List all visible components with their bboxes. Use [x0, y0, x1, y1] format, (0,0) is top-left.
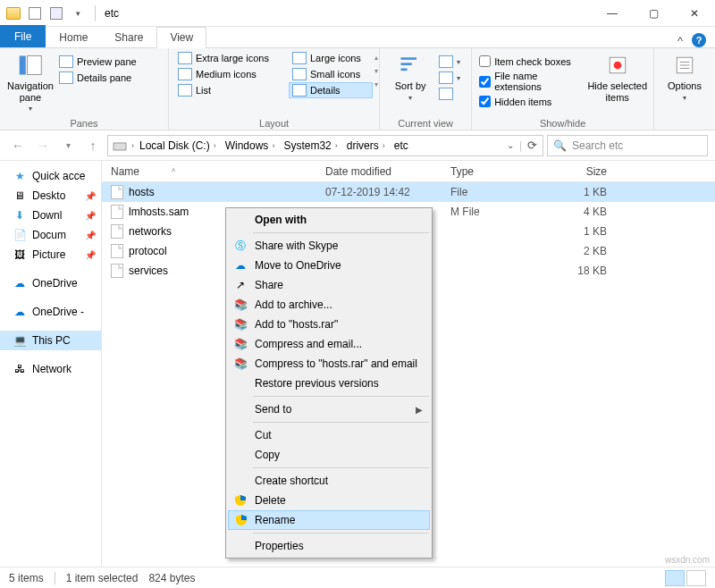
column-name[interactable]: Name^: [102, 165, 325, 178]
navigation-pane-button[interactable]: Navigation pane ▾: [5, 50, 55, 113]
ctx-cut[interactable]: Cut: [228, 425, 430, 445]
forward-button[interactable]: →: [32, 135, 54, 156]
group-by-button[interactable]: ▾: [435, 54, 466, 70]
hidden-items-checkbox[interactable]: Hidden items: [477, 94, 586, 109]
ctx-compress-email[interactable]: 📚Compress and email...: [228, 334, 430, 354]
tree-documents[interactable]: 📄Docum📌: [0, 225, 101, 245]
ctx-share-skype[interactable]: ⓈShare with Skype: [228, 236, 430, 256]
options-button[interactable]: Options ▾: [660, 50, 710, 102]
tree-desktop[interactable]: 🖥Deskto📌: [0, 186, 101, 206]
ctx-compress-hosts-email[interactable]: 📚Compress to "hosts.rar" and email: [228, 354, 430, 374]
up-button[interactable]: ↑: [82, 135, 104, 156]
ctx-copy[interactable]: Copy: [228, 445, 430, 465]
ctx-share[interactable]: ↗Share: [228, 275, 430, 295]
tree-quick-access[interactable]: ★Quick acce: [0, 166, 101, 186]
ribbon-group-show-hide: Item check boxes File name extensions Hi…: [472, 48, 654, 130]
navigation-tree[interactable]: ★Quick acce 🖥Deskto📌 ⬇Downl📌 📄Docum📌 🖼Pi…: [0, 161, 102, 567]
ctx-properties[interactable]: Properties: [228, 536, 430, 556]
ribbon-group-layout: Extra large icons Large icons Medium ico…: [169, 48, 380, 130]
tree-onedrive[interactable]: ☁OneDrive: [0, 273, 101, 293]
pin-icon: 📌: [85, 250, 96, 260]
separator: [253, 232, 429, 233]
thumbnails-view-button[interactable]: [686, 570, 706, 586]
status-items: 5 items: [9, 572, 44, 584]
tab-home[interactable]: Home: [46, 27, 101, 47]
tab-view[interactable]: View: [156, 27, 206, 48]
preview-pane-button[interactable]: Preview pane: [55, 54, 163, 70]
svg-rect-3: [401, 63, 412, 65]
column-date[interactable]: Date modified: [325, 165, 450, 178]
tree-onedrive-2[interactable]: ☁OneDrive -: [0, 302, 101, 322]
address-bar[interactable]: › Local Disk (C:)› Windows› System32› dr…: [107, 135, 543, 156]
tree-downloads[interactable]: ⬇Downl📌: [0, 206, 101, 225]
status-size: 824 bytes: [148, 572, 195, 584]
address-dropdown-icon[interactable]: ⌄: [507, 140, 514, 150]
breadcrumb[interactable]: drivers›: [343, 139, 389, 152]
list-button[interactable]: List: [174, 82, 289, 98]
file-icon: [111, 205, 123, 219]
label: Navigation pane: [5, 80, 55, 103]
search-box[interactable]: 🔍 Search etc: [547, 135, 708, 156]
medium-icons-button[interactable]: Medium icons: [174, 66, 289, 82]
small-icons-button[interactable]: Small icons: [289, 66, 373, 82]
file-row[interactable]: hosts 07-12-2019 14:42 File 1 KB: [102, 182, 715, 202]
recent-locations-button[interactable]: ▾: [57, 135, 79, 156]
tree-network[interactable]: 🖧Network: [0, 359, 101, 379]
details-view-button[interactable]: [665, 570, 685, 586]
scroll-down-icon[interactable]: ▾: [374, 67, 378, 75]
file-name-extensions-checkbox[interactable]: File name extensions: [477, 69, 586, 94]
details-pane-button[interactable]: Details pane: [55, 70, 163, 86]
window-title: etc: [99, 7, 592, 20]
divider: [55, 572, 55, 584]
extra-large-icons-button[interactable]: Extra large icons: [174, 50, 289, 66]
tree-pictures[interactable]: 🖼Picture📌: [0, 245, 101, 265]
back-button[interactable]: ←: [7, 135, 29, 156]
documents-icon: 📄: [13, 228, 27, 242]
folder-icon[interactable]: [4, 4, 23, 23]
help-icon[interactable]: ?: [692, 33, 706, 47]
details-button[interactable]: Details: [289, 82, 373, 98]
ctx-rename[interactable]: Rename: [228, 510, 430, 530]
search-placeholder: Search etc: [572, 139, 623, 152]
minimize-button[interactable]: —: [592, 0, 633, 27]
ctx-open-with[interactable]: Open with: [228, 210, 430, 230]
breadcrumb[interactable]: etc: [391, 139, 412, 152]
qat-item[interactable]: [25, 4, 45, 23]
add-columns-button[interactable]: ▾: [435, 70, 466, 86]
tab-share[interactable]: Share: [101, 27, 156, 47]
sort-asc-icon: ^: [172, 167, 175, 176]
sort-by-button[interactable]: Sort by ▾: [385, 50, 435, 102]
expand-icon[interactable]: ▾: [374, 80, 378, 88]
svg-point-6: [613, 62, 621, 70]
breadcrumb[interactable]: Local Disk (C:)›: [136, 139, 220, 152]
ctx-restore-versions[interactable]: Restore previous versions: [228, 374, 430, 393]
group-label: Panes: [5, 116, 163, 130]
ctx-add-archive[interactable]: 📚Add to archive...: [228, 295, 430, 315]
close-button[interactable]: ✕: [674, 0, 715, 27]
ctx-send-to[interactable]: Send to▶: [228, 399, 430, 419]
scroll-up-icon[interactable]: ▴: [374, 54, 378, 62]
refresh-button[interactable]: ⟳: [527, 139, 537, 152]
column-headers[interactable]: Name^ Date modified Type Size: [102, 161, 715, 182]
pictures-icon: 🖼: [13, 248, 27, 262]
breadcrumb[interactable]: System32›: [280, 139, 341, 152]
ctx-create-shortcut[interactable]: Create shortcut: [228, 471, 430, 491]
ctx-delete[interactable]: Delete: [228, 491, 430, 510]
qat-dropdown[interactable]: ▾: [68, 4, 88, 23]
size-columns-button[interactable]: [435, 86, 466, 102]
ctx-add-hosts-rar[interactable]: 📚Add to "hosts.rar": [228, 315, 430, 334]
column-type[interactable]: Type: [450, 165, 553, 178]
tree-this-pc[interactable]: 💻This PC: [0, 331, 101, 350]
group-label: Current view: [385, 116, 466, 130]
breadcrumb[interactable]: Windows›: [222, 139, 279, 152]
hide-selected-items-button[interactable]: Hide selected items: [586, 50, 648, 103]
column-size[interactable]: Size: [553, 165, 625, 178]
large-icons-button[interactable]: Large icons: [289, 50, 373, 66]
qat-item[interactable]: [46, 4, 66, 23]
ribbon-collapse-icon[interactable]: ^: [677, 34, 683, 47]
tab-file[interactable]: File: [0, 25, 46, 47]
ctx-move-onedrive[interactable]: ☁Move to OneDrive: [228, 256, 430, 275]
item-check-boxes-checkbox[interactable]: Item check boxes: [477, 54, 586, 69]
address-bar-row: ← → ▾ ↑ › Local Disk (C:)› Windows› Syst…: [0, 130, 715, 161]
maximize-button[interactable]: ▢: [633, 0, 674, 27]
